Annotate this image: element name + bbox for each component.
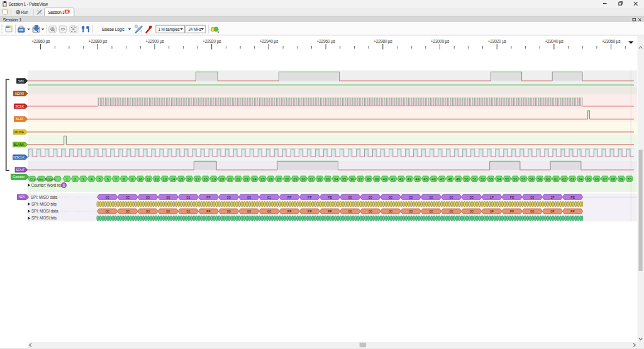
svg-text:63: 63 — [570, 177, 575, 181]
svg-text:59: 59 — [538, 177, 542, 181]
svg-text:1F: 1F — [550, 196, 555, 199]
svg-text:00: 00 — [389, 196, 392, 199]
svg-text:24: 24 — [252, 177, 257, 181]
svg-text:38: 38 — [367, 177, 371, 181]
svg-text:Counter: Counter — [13, 175, 25, 179]
svg-text:+23000 µs: +23000 µs — [431, 39, 450, 44]
svg-text:00: 00 — [470, 196, 474, 199]
svg-text:18: 18 — [203, 177, 208, 181]
svg-text:0F: 0F — [550, 209, 555, 213]
svg-text:68: 68 — [611, 177, 615, 181]
svg-text:FF: FF — [287, 209, 292, 213]
svg-text:42: 42 — [399, 177, 404, 181]
svg-text:Saleae Logic: Saleae Logic — [102, 27, 125, 32]
svg-text:SIN: SIN — [18, 79, 24, 83]
svg-text:46: 46 — [431, 177, 436, 181]
svg-text:13: 13 — [163, 177, 167, 181]
svg-text:SOUT: SOUT — [16, 168, 25, 172]
svg-text:17: 17 — [196, 177, 200, 181]
svg-text:35: 35 — [342, 177, 347, 181]
svg-text:FF: FF — [308, 209, 312, 213]
svg-text:00: 00 — [146, 209, 150, 213]
svg-text:FE: FE — [328, 196, 332, 199]
svg-text:FF: FF — [328, 209, 332, 213]
svg-text:+22980 µs: +22980 µs — [374, 39, 392, 44]
svg-text:00: 00 — [348, 196, 352, 199]
svg-text:50: 50 — [464, 177, 469, 181]
svg-text:01: 01 — [186, 209, 190, 213]
svg-text:+22860 µs: +22860 µs — [31, 39, 50, 44]
svg-text:36: 36 — [350, 177, 355, 181]
svg-text:45: 45 — [423, 177, 428, 181]
svg-text:00: 00 — [106, 196, 109, 199]
svg-text:28: 28 — [285, 177, 289, 181]
svg-text:00: 00 — [166, 196, 170, 199]
svg-text:FF: FF — [308, 196, 312, 199]
svg-text:FF: FF — [206, 196, 211, 199]
svg-text:00: 00 — [227, 196, 231, 199]
svg-text:11: 11 — [147, 177, 151, 181]
svg-text:1 M samples: 1 M samples — [158, 27, 180, 32]
svg-text:00: 00 — [450, 196, 453, 199]
svg-text:+23060 µs: +23060 µs — [602, 39, 621, 44]
svg-text:48: 48 — [448, 177, 452, 181]
svg-text:SCLK: SCLK — [15, 104, 24, 108]
svg-text:49: 49 — [456, 177, 460, 181]
svg-text:21: 21 — [228, 177, 232, 181]
svg-text:00: 00 — [106, 209, 109, 213]
svg-text:10: 10 — [138, 177, 143, 181]
svg-text:GSCLK: GSCLK — [13, 155, 25, 159]
svg-text:FF: FF — [510, 209, 514, 213]
svg-text:64: 64 — [579, 177, 583, 181]
svg-text:29: 29 — [293, 177, 297, 181]
svg-text:58: 58 — [530, 177, 534, 181]
svg-text:+22940 µs: +22940 µs — [260, 39, 279, 44]
svg-text:25: 25 — [260, 177, 265, 181]
svg-text:61: 61 — [554, 177, 558, 181]
svg-text:44: 44 — [415, 177, 419, 181]
svg-text:30: 30 — [301, 177, 306, 181]
svg-text:+22880 µs: +22880 µs — [89, 39, 108, 44]
svg-text:69: 69 — [619, 177, 623, 181]
svg-text:FE: FE — [570, 196, 575, 199]
svg-text:57: 57 — [521, 177, 526, 181]
svg-text:31: 31 — [309, 177, 314, 181]
svg-text:67: 67 — [603, 177, 608, 181]
svg-text:+23020 µs: +23020 µs — [488, 39, 507, 44]
svg-text:20: 20 — [219, 177, 224, 181]
svg-text:26: 26 — [269, 177, 273, 181]
svg-text:FE: FE — [510, 196, 514, 199]
svg-text:01: 01 — [267, 196, 271, 199]
svg-text:39: 39 — [375, 177, 379, 181]
svg-text:SPI: MISO data: SPI: MISO data — [31, 195, 58, 199]
svg-text:55: 55 — [505, 177, 509, 181]
svg-text:23: 23 — [244, 177, 248, 181]
svg-text:40: 40 — [383, 177, 387, 181]
svg-text:FF: FF — [287, 196, 292, 199]
svg-text:00: 00 — [146, 196, 150, 199]
svg-text:27: 27 — [277, 177, 281, 181]
svg-text:53: 53 — [489, 177, 493, 181]
svg-text:SPI: MOSI bits: SPI: MOSI bits — [31, 216, 57, 220]
svg-text:00: 00 — [530, 209, 534, 213]
svg-text:00: 00 — [166, 209, 170, 213]
svg-text:FF: FF — [206, 209, 211, 213]
svg-text:00: 00 — [348, 209, 352, 213]
svg-text:00: 00 — [389, 209, 392, 213]
svg-text:00: 00 — [450, 209, 453, 213]
svg-text:SPI: SPI — [19, 195, 24, 199]
svg-text:Counter: Edges: Counter: Edges — [30, 177, 56, 181]
svg-text:70: 70 — [627, 177, 631, 181]
svg-text:00: 00 — [369, 209, 372, 213]
svg-text:+22900 µs: +22900 µs — [145, 39, 164, 44]
svg-text:1F: 1F — [490, 196, 494, 199]
svg-text:41: 41 — [391, 177, 396, 181]
svg-text:XERR: XERR — [14, 92, 24, 96]
svg-text:15: 15 — [179, 177, 184, 181]
svg-text:00: 00 — [530, 196, 534, 199]
svg-text:SPI: MISO bits: SPI: MISO bits — [31, 202, 57, 206]
svg-text:+23040 µs: +23040 µs — [545, 39, 564, 44]
svg-text:19: 19 — [211, 177, 216, 181]
svg-text:00: 00 — [126, 209, 130, 213]
svg-text:MODE: MODE — [14, 130, 25, 134]
